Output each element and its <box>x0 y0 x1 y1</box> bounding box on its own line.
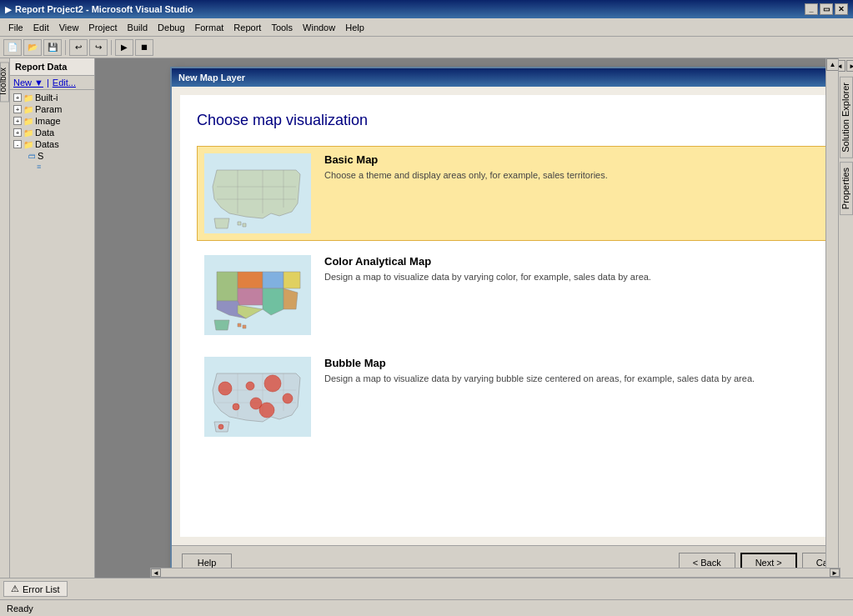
expand-icon[interactable]: + <box>13 128 22 137</box>
error-list-label: Error List <box>23 584 60 594</box>
tree-label: S <box>38 151 43 161</box>
tree-label: Param <box>35 104 62 114</box>
error-list-icon: ⚠ <box>11 583 19 594</box>
basic-map-description: Choose a theme and display areas only, f… <box>324 169 608 182</box>
solution-explorer-tab[interactable]: Solution Explorer <box>840 77 853 158</box>
dialog-title: New Map Layer <box>178 73 245 83</box>
tree-label: Built-i <box>35 93 58 103</box>
menu-debug[interactable]: Debug <box>153 21 189 34</box>
menu-tools[interactable]: Tools <box>266 21 298 34</box>
scroll-up[interactable]: ▲ <box>826 58 838 71</box>
folder-icon: 📁 <box>23 140 33 149</box>
color-map-text: Color Analytical Map Design a map to vis… <box>324 255 651 283</box>
report-data-tree: + 📁 Built-i + 📁 Param + 📁 Image + 📁 <box>10 90 94 616</box>
scroll-track <box>162 569 829 576</box>
tree-item-data[interactable]: + 📁 Data <box>12 127 93 138</box>
map-option-bubble[interactable]: Bubble Map Design a map to visualize dat… <box>197 349 838 444</box>
tree-item-image[interactable]: + 📁 Image <box>12 115 93 127</box>
window-controls[interactable]: _ ▭ ✕ <box>805 3 848 15</box>
expand-icon[interactable]: + <box>13 105 22 113</box>
status-bar: Ready <box>0 599 853 616</box>
menu-format[interactable]: Format <box>190 21 229 34</box>
menu-edit[interactable]: Edit <box>28 21 54 34</box>
nav-arrows: ◄ ► <box>838 58 853 73</box>
svg-point-3 <box>218 382 232 395</box>
menu-view[interactable]: View <box>54 21 84 34</box>
menu-help[interactable]: Help <box>340 21 369 34</box>
toolbar-btn-5[interactable]: ↪ <box>89 39 108 56</box>
map-option-basic[interactable]: Basic Map Choose a theme and display are… <box>197 146 838 241</box>
color-map-description: Design a map to visualize data by varyin… <box>324 271 651 283</box>
scroll-left[interactable]: ◄ <box>151 568 161 577</box>
restore-button[interactable]: ▭ <box>820 3 833 15</box>
menu-window[interactable]: Window <box>298 21 340 34</box>
bottom-tabs: ⚠ Error List <box>3 581 850 597</box>
tree-item-datasets[interactable]: - 📁 Datas <box>12 138 93 150</box>
basic-map-text: Basic Map Choose a theme and display are… <box>324 153 608 182</box>
dialog-title-bar: New Map Layer ✕ <box>172 68 838 87</box>
expand-icon[interactable]: - <box>13 140 22 148</box>
svg-point-5 <box>264 375 281 392</box>
expand-icon[interactable]: + <box>13 93 22 102</box>
tree-item-sub[interactable]: ≡ <box>12 162 93 172</box>
bubble-map-text: Bubble Map Design a map to visualize dat… <box>324 357 755 385</box>
toolbar-btn-7[interactable]: ⏹ <box>135 39 153 56</box>
report-data-toolbar: New ▼ | Edit... <box>10 76 94 90</box>
bubble-map-thumbnail <box>204 357 311 437</box>
color-map-title: Color Analytical Map <box>324 255 651 268</box>
window-title: Report Project2 - Microsoft Visual Studi… <box>15 4 193 14</box>
menu-project[interactable]: Project <box>83 21 122 34</box>
close-button[interactable]: ✕ <box>835 3 848 15</box>
tree-label: Image <box>35 116 61 126</box>
h-scrollbar: ◄ ► <box>150 568 840 578</box>
expand-icon[interactable]: + <box>13 117 22 125</box>
tree-item-s[interactable]: 🗃 S <box>12 150 93 162</box>
svg-point-8 <box>233 403 239 410</box>
toolbar-separator-2 <box>111 40 112 55</box>
svg-point-6 <box>283 393 293 403</box>
scroll-right[interactable]: ► <box>830 568 840 577</box>
tree-item-builtin[interactable]: + 📁 Built-i <box>12 92 93 103</box>
toolbox-tab[interactable]: Toolbox <box>0 62 9 102</box>
toolbar-btn-1[interactable]: 📄 <box>3 39 22 56</box>
folder-icon: 📁 <box>23 128 33 138</box>
dialog-heading: Choose map visualization <box>197 112 838 129</box>
menu-file[interactable]: File <box>3 21 28 34</box>
toolbar: 📄 📂 💾 ↩ ↪ ▶ ⏹ <box>0 37 853 58</box>
menu-bar: File Edit View Project Build Debug Forma… <box>0 18 853 37</box>
new-map-layer-dialog: New Map Layer ✕ Choose map visualization <box>170 67 838 581</box>
toolbar-btn-2[interactable]: 📂 <box>23 39 42 56</box>
bottom-panel: ⚠ Error List ◄ ► <box>0 578 853 599</box>
bubble-map-description: Design a map to visualize data by varyin… <box>324 373 755 385</box>
toolbar-btn-3[interactable]: 💾 <box>43 39 62 56</box>
menu-build[interactable]: Build <box>123 21 153 34</box>
title-bar: ▶ Report Project2 - Microsoft Visual Stu… <box>0 0 853 18</box>
tree-label: Datas <box>35 139 59 149</box>
menu-report[interactable]: Report <box>228 21 266 34</box>
tree-label: Data <box>35 128 54 138</box>
minimize-button[interactable]: _ <box>805 3 818 15</box>
right-side-panel: ◄ ► Solution Explorer Properties <box>838 58 853 616</box>
svg-point-9 <box>259 403 274 418</box>
item-icon: 🗃 <box>28 152 36 160</box>
toolbox-panel: Toolbox <box>0 58 10 616</box>
toolbar-separator-1 <box>65 40 66 55</box>
content-row: Toolbox Report Data New ▼ | Edit... + 📁 … <box>0 58 853 616</box>
color-map-thumbnail <box>204 255 311 335</box>
basic-map-thumbnail <box>204 153 311 233</box>
edit-button[interactable]: Edit... <box>53 78 76 88</box>
new-button[interactable]: New ▼ <box>13 78 43 88</box>
properties-tab[interactable]: Properties <box>840 162 853 215</box>
folder-icon: 📁 <box>23 93 33 103</box>
report-data-panel: Report Data New ▼ | Edit... + 📁 Built-i … <box>10 58 95 616</box>
error-list-tab[interactable]: ⚠ Error List <box>3 581 68 597</box>
map-option-color[interactable]: Color Analytical Map Design a map to vis… <box>197 248 838 343</box>
toolbar-btn-4[interactable]: ↩ <box>69 39 88 56</box>
tree-item-param[interactable]: + 📁 Param <box>12 103 93 115</box>
folder-icon: 📁 <box>23 117 33 126</box>
nav-left[interactable]: ◄ <box>838 60 845 72</box>
bubble-map-title: Bubble Map <box>324 357 755 369</box>
toolbar-btn-6[interactable]: ▶ <box>115 39 133 56</box>
nav-right[interactable]: ► <box>846 60 853 72</box>
center-scrollbar: ▲ ▼ <box>825 58 838 616</box>
